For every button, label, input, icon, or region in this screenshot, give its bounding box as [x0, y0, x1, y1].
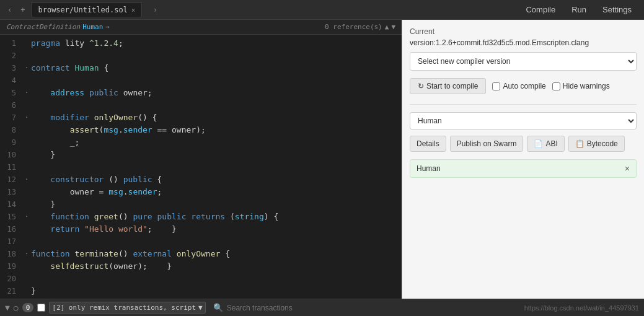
code-line: 10 } [0, 149, 402, 161]
breadcrumb-name[interactable]: Human [82, 23, 103, 31]
editor-tab[interactable]: browser/Untitled.sol × [31, 2, 142, 17]
action-buttons: Details Publish on Swarm 📄 ABI 📋 Bytecod… [410, 136, 637, 152]
auto-compile-label: Auto compile [503, 82, 545, 90]
compiled-item-close[interactable]: × [625, 164, 630, 173]
contract-select-row: Human [410, 112, 637, 129]
code-line: 7 · modifier onlyOwner() { [0, 112, 402, 124]
hide-warnings-checkbox-label[interactable]: Hide warnings [552, 82, 610, 90]
search-transactions-input[interactable] [227, 304, 326, 312]
bytecode-button[interactable]: 📋 Bytecode [568, 136, 625, 152]
bytecode-btn-label: Bytecode [587, 139, 618, 148]
publish-swarm-button[interactable]: Publish on Swarm [450, 136, 524, 152]
nav-extra[interactable]: + [18, 4, 27, 15]
compiler-version-select[interactable]: Select new compiler version [410, 52, 637, 71]
auto-compile-checkbox[interactable] [492, 82, 500, 90]
bytecode-clipboard-icon: 📋 [575, 139, 584, 148]
code-line: 5 · address public owner; [0, 87, 402, 99]
auto-compile-checkbox-label[interactable]: Auto compile [492, 82, 545, 90]
search-icon[interactable]: 🔍 [213, 303, 223, 312]
divider [410, 104, 637, 105]
filter-checkbox[interactable] [37, 304, 45, 312]
compile-btn-label: Start to compile [426, 82, 478, 90]
code-line: 3 · contract Human { [0, 62, 402, 74]
current-label: Current [410, 27, 637, 36]
editor-area: ContractDefinition Human → 0 reference(s… [0, 20, 402, 299]
code-line: 20 [0, 273, 402, 285]
arrow-down-icon[interactable]: ▼ [5, 303, 10, 312]
code-line: 16 return "Hello world"; } [0, 223, 402, 235]
breadcrumb: ContractDefinition Human → 0 reference(s… [0, 20, 402, 35]
details-button[interactable]: Details [410, 136, 446, 152]
code-line: 9 _; [0, 136, 402, 149]
panel-tab-buttons: Compile Run Settings [518, 2, 639, 17]
code-line: 2 [0, 50, 402, 62]
code-line: 21 } [0, 285, 402, 297]
transaction-filter-dropdown[interactable]: [2] only remix transactions, script ▼ [49, 302, 205, 314]
hide-warnings-label: Hide warnings [563, 82, 610, 90]
run-tab-button[interactable]: Run [564, 2, 594, 17]
contract-select[interactable]: Human [410, 112, 637, 129]
dropdown-label: [2] only remix transactions, script [52, 304, 196, 312]
nav-forward[interactable]: › [151, 4, 160, 15]
transaction-badge[interactable]: 0 [22, 303, 34, 312]
compiled-item: Human × [410, 159, 637, 178]
panel-content: Current version:1.2.6+commit.fd32d5c5.mo… [402, 20, 644, 299]
code-line: 13 owner = msg.sender; [0, 186, 402, 198]
code-line: 12 · constructor () public { [0, 173, 402, 186]
breadcrumb-left: ContractDefinition Human → [6, 23, 110, 31]
abi-btn-label: ABI [545, 139, 557, 148]
code-line: 6 [0, 99, 402, 112]
code-line: 17 [0, 235, 402, 248]
circle-icon[interactable]: ○ [14, 303, 19, 312]
breadcrumb-arrow: → [105, 23, 110, 31]
status-bar: ▼ ○ 0 [2] only remix transactions, scrip… [0, 299, 644, 316]
status-left: ▼ ○ 0 [2] only remix transactions, scrip… [5, 302, 206, 314]
tab-close-icon[interactable]: × [131, 7, 135, 14]
publish-btn-label: Publish on Swarm [457, 139, 517, 148]
right-panel: Current version:1.2.6+commit.fd32d5c5.mo… [402, 20, 644, 299]
code-line: 15 · function greet() pure public return… [0, 211, 402, 223]
tab-bar-left: ‹ + browser/Untitled.sol × › [5, 2, 160, 17]
code-editor[interactable]: 1 pragma lity ^1.2.4; 2 3 · contract Hum… [0, 35, 402, 299]
settings-tab-button[interactable]: Settings [595, 2, 639, 17]
compiled-item-name: Human [417, 164, 441, 173]
compile-row: ↻ Start to compile Auto compile Hide war… [410, 78, 637, 94]
tab-filename: browser/Untitled.sol [38, 6, 128, 14]
code-line: 19 selfdestruct(owner); } [0, 260, 402, 273]
chevron-up-icon[interactable]: ▲ [385, 23, 389, 31]
code-line: 8 assert(msg.sender == owner); [0, 124, 402, 136]
main-area: ContractDefinition Human → 0 reference(s… [0, 20, 644, 299]
refresh-icon: ↻ [418, 82, 424, 90]
abi-doc-icon: 📄 [534, 139, 543, 148]
abi-button[interactable]: 📄 ABI [527, 136, 564, 152]
start-compile-button[interactable]: ↻ Start to compile [410, 78, 486, 94]
status-url: https://blog.csdn.net/wat/in_44597931 [524, 304, 639, 312]
code-line: 4 [0, 74, 402, 87]
top-bar: ‹ + browser/Untitled.sol × › Compile Run… [0, 0, 644, 20]
breadcrumb-kind: ContractDefinition [6, 23, 80, 31]
code-line: 18 · function terminate() external onlyO… [0, 248, 402, 260]
version-text: version:1.2.6+commit.fd32d5c5.mod.Emscri… [410, 38, 637, 47]
nav-back[interactable]: ‹ [5, 4, 14, 15]
compile-tab-button[interactable]: Compile [518, 2, 563, 17]
details-btn-label: Details [417, 139, 439, 148]
code-line: 11 [0, 161, 402, 173]
references-count: 0 reference(s) [325, 23, 382, 31]
search-area: 🔍 [213, 303, 326, 312]
chevron-down-icon[interactable]: ▼ [391, 23, 395, 31]
hide-warnings-checkbox[interactable] [552, 82, 560, 90]
code-line: 1 pragma lity ^1.2.4; [0, 37, 402, 50]
dropdown-arrow-icon: ▼ [198, 304, 203, 312]
breadcrumb-right: 0 reference(s) ▲ ▼ [325, 23, 395, 31]
code-line: 14 } [0, 198, 402, 211]
